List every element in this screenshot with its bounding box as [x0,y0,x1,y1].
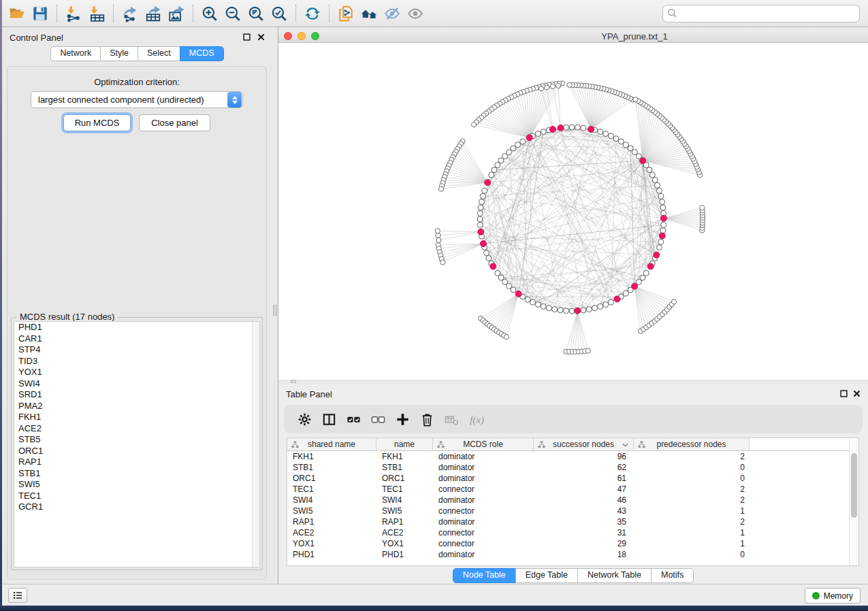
table-tab-motifs[interactable]: Motifs [651,568,694,583]
mcds-result-item[interactable]: ORC1 [14,446,259,457]
network-canvas[interactable] [278,43,868,380]
mcds-result-item[interactable]: TEC1 [14,491,259,502]
mcds-result-item[interactable]: PHD1 [14,322,259,333]
table-row[interactable]: FKH1FKH1dominator962 [287,451,858,462]
tab-mcds[interactable]: MCDS [180,46,224,61]
float-panel-icon[interactable] [839,389,849,399]
table-tab-node-table[interactable]: Node Table [453,568,516,583]
task-history-button[interactable] [8,588,27,603]
column-header-shared-name[interactable]: shared name [287,438,376,450]
close-panel-button[interactable]: Close panel [139,114,210,131]
table-row[interactable]: SWI4SWI4dominator462 [287,495,858,506]
mcds-result-item[interactable]: STP4 [14,344,259,356]
mcds-result-item[interactable]: GCR1 [14,501,259,513]
network-titlebar[interactable]: YPA_prune.txt_1 [278,30,868,43]
cell-predecessor_nodes: 1 [634,538,750,549]
tab-select[interactable]: Select [138,46,180,61]
zoom-fit-icon[interactable] [244,3,268,24]
mcds-result-item[interactable]: SWI5 [14,479,259,491]
table-header-row: shared namenameMCDS rolesuccessor nodesp… [287,438,858,451]
zoom-in-icon[interactable] [198,3,221,24]
table-row[interactable]: RAP1RAP1dominator352 [287,516,858,527]
cell-name: PHD1 [376,549,433,560]
show-all-icon[interactable] [404,3,427,24]
mcds-result-item[interactable]: SRD1 [14,389,259,401]
save-icon[interactable] [29,3,52,24]
cell-shared_name: FKH1 [287,451,376,462]
open-icon[interactable] [5,3,29,24]
import-network-icon[interactable] [62,3,85,24]
control-panel-tabs: NetworkStyleSelectMCDS [2,46,272,61]
cell-mcds_role: dominator [433,462,534,473]
zoom-selected-icon[interactable] [268,3,291,24]
refresh-icon[interactable] [301,3,324,24]
splitter-grip[interactable] [273,305,277,316]
table-row[interactable]: SWI5SWI5connector431 [287,506,858,516]
column-header-predecessor-nodes[interactable]: predecessor nodes [634,438,750,450]
settings-icon[interactable] [292,409,317,429]
app-window: Control Panel NetworkStyleSelectMCDS Opt… [0,0,868,611]
mcds-result-item[interactable]: ACE2 [14,423,259,435]
table-row[interactable]: PHD1PHD1dominator180 [287,549,858,560]
network-graph[interactable] [278,43,868,380]
column-header-MCDS-role[interactable]: MCDS role [433,438,534,450]
run-mcds-button[interactable]: Run MCDS [63,114,131,131]
mcds-result-item[interactable]: TID3 [14,356,259,367]
table-tab-edge-table[interactable]: Edge Table [515,568,578,583]
cell-name: YOX1 [376,538,433,549]
window-close-button[interactable] [284,32,292,40]
mcds-result-item[interactable]: YOX1 [14,367,259,378]
table-row[interactable]: STB1STB1dominator620 [287,462,858,473]
close-panel-icon[interactable] [256,32,266,42]
mcds-list-scrollbar[interactable] [252,322,259,567]
vertical-splitter[interactable] [272,27,278,584]
delete-column-icon[interactable] [415,409,439,429]
table-row[interactable]: YOX1YOX1connector291 [287,538,858,549]
deselect-all-icon[interactable] [366,409,390,429]
mcds-result-title: MCDS result (17 nodes) [17,312,117,322]
table-row[interactable]: ACE2ACE2connector311 [287,527,858,538]
window-zoom-button[interactable] [311,32,319,40]
mcds-result-item[interactable]: SWI4 [14,378,259,390]
mcds-result-item[interactable]: CAR1 [14,333,259,345]
cell-name: FKH1 [376,451,433,462]
search-input[interactable] [662,5,860,22]
horizontal-splitter-grip[interactable] [291,380,296,383]
split-view-icon[interactable] [317,409,341,429]
column-header-name[interactable]: name [376,438,433,450]
table-scrollbar-thumb[interactable] [851,453,857,518]
memory-button[interactable]: Memory [805,588,861,604]
close-panel-icon[interactable] [852,389,862,399]
first-neighbors-icon[interactable] [357,3,381,24]
mcds-result-item[interactable]: FKH1 [14,412,259,423]
tab-network[interactable]: Network [50,46,101,61]
float-panel-icon[interactable] [242,32,252,42]
tab-style[interactable]: Style [100,46,138,61]
table-panel-header: Table Panel [278,384,868,403]
mcds-result-item[interactable]: STB1 [14,468,259,480]
mcds-result-item[interactable]: PMA2 [14,401,259,412]
table-scrollbar[interactable] [849,438,858,565]
criterion-dropdown[interactable]: largest connected component (undirected) [31,91,243,108]
zoom-out-icon[interactable] [221,3,244,24]
duplicate-network-icon[interactable] [334,3,357,24]
mcds-result-item[interactable]: RAP1 [14,457,259,468]
cell-shared_name: SWI4 [287,495,376,506]
select-all-icon[interactable] [341,409,366,429]
memory-label: Memory [824,591,853,601]
search-icon [667,8,677,18]
column-header-successor-nodes[interactable]: successor nodes [534,438,634,450]
table-row[interactable]: TEC1TEC1connector472 [287,484,858,495]
window-minimize-button[interactable] [298,32,306,40]
add-column-icon[interactable] [390,409,415,429]
table-tab-network-table[interactable]: Network Table [577,568,652,583]
import-table-icon[interactable] [85,3,108,24]
hide-selected-icon[interactable] [381,3,404,24]
export-table-icon[interactable] [142,3,165,24]
export-network-icon[interactable] [118,3,142,24]
export-image-icon[interactable] [165,3,188,24]
mcds-hub-node [632,283,638,289]
table-row[interactable]: ORC1ORC1dominator610 [287,473,858,484]
desktop-background [0,606,868,611]
mcds-result-item[interactable]: STB5 [14,434,259,446]
